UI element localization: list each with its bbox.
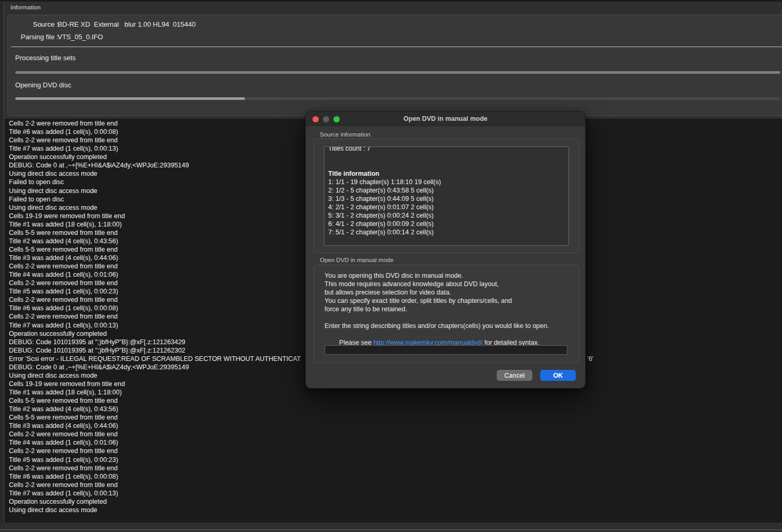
description-line: but allows preciese selection for video … (325, 288, 549, 297)
log-line: Title #6 was added (1 cell(s), 0:00:08) (9, 472, 782, 481)
log-error-line-tail: '6' (587, 355, 594, 363)
cancel-button[interactable]: Cancel (497, 370, 532, 381)
log-line: Title #7 was added (1 cell(s), 0:00:13) (9, 489, 782, 497)
total-progress-label: Opening DVD disc (15, 81, 71, 89)
title-information-list: 1: 1/1 - 19 chapter(s) 1:18:10 19 cell(s… (328, 178, 568, 236)
description-line: Enter the string describing titles and/o… (325, 322, 549, 330)
log-line: Title #1 was added (18 cell(s), 1:18:00) (9, 388, 782, 397)
separator (11, 47, 782, 47)
log-line: Title #3 was added (4 cell(s), 0:44:06) (9, 422, 782, 430)
current-progress-label: Processing title sets (15, 54, 76, 62)
open-dvd-manual-mode-dialog: Open DVD in manual mode Source informati… (305, 111, 586, 389)
title-info-line: 1: 1/1 - 19 chapter(s) 1:18:10 19 cell(s… (328, 178, 568, 186)
minimize-window-icon (323, 116, 329, 122)
log-line: Title #5 was added (1 cell(s), 0:00:23) (9, 456, 782, 464)
current-progress-fill (15, 71, 780, 74)
title-info-line: 4: 2/1 - 2 chapter(s) 0:01:07 2 cell(s) (328, 203, 568, 211)
manual-mode-group-label: Open DVD in manual mode (320, 257, 394, 263)
manual-mode-description: You are opening this DVD disc in manual … (325, 271, 549, 355)
title-string-input[interactable] (325, 345, 567, 355)
parsing-file-value: VTS_05_0.IFO (58, 33, 103, 41)
log-line: Operation successfully completed (9, 497, 782, 506)
log-line: Cells 2-2 were removed from title end (9, 481, 782, 489)
total-progress-fill (15, 97, 245, 100)
log-line: Title #2 was added (4 cell(s), 0:43:56) (9, 405, 782, 413)
title-info-line: 3: 1/3 - 5 chapter(s) 0:44:09 5 cell(s) (328, 195, 568, 203)
dialog-title: Open DVD in manual mode (306, 112, 585, 126)
current-progress-bar (15, 71, 780, 74)
source-label: Source : (8, 20, 60, 28)
source-information-group: Titles count : 7 Title information 1: 1/… (314, 139, 579, 253)
source-value: BD-RE XD External blur 1.00 HL94 015440 (58, 20, 196, 28)
description-line: You can specify exact title order, split… (325, 297, 549, 305)
log-line: Using direct disc access mode (9, 506, 782, 514)
manual-mode-paragraph: You are opening this DVD disc in manual … (325, 271, 549, 330)
manual-mode-group: You are opening this DVD disc in manual … (314, 265, 579, 363)
log-line: Cells 5-5 were removed from title end (9, 397, 782, 405)
description-line: This mode requires advanced knowledge ab… (325, 280, 549, 288)
zoom-window-icon[interactable] (333, 116, 340, 122)
source-information-group-label: Source information (320, 131, 371, 138)
log-line: Cells 5-5 were removed from title end (9, 413, 782, 422)
title-info-line: 5: 3/1 - 2 chapter(s) 0:00:24 2 cell(s) (328, 211, 568, 220)
close-window-icon[interactable] (312, 116, 319, 122)
window-left-edge (0, 2, 4, 523)
ok-button[interactable]: OK (540, 370, 576, 381)
information-panel: Source : BD-RE XD External blur 1.00 HL9… (7, 15, 782, 116)
total-progress-bar (15, 97, 780, 100)
parsing-file-label: Parsing file : (8, 33, 60, 41)
log-line: Cells 2-2 were removed from title end (9, 464, 782, 472)
title-information-heading: Title information (328, 169, 568, 178)
log-line: Title #4 was added (1 cell(s), 0:01:06) (9, 438, 782, 447)
dialog-titlebar[interactable]: Open DVD in manual mode (306, 112, 585, 126)
titles-count-line: Titles count : 7 (328, 146, 568, 153)
statusbar (0, 530, 782, 532)
log-line: Cells 2-2 were removed from title end (9, 430, 782, 438)
title-info-line: 6: 4/1 - 2 chapter(s) 0:00:09 2 cell(s) (328, 220, 568, 228)
description-line: You are opening this DVD disc in manual … (325, 271, 549, 280)
title-information-textarea[interactable]: Titles count : 7 Title information 1: 1/… (324, 146, 569, 246)
description-line (325, 313, 549, 322)
title-info-line: 7: 5/1 - 2 chapter(s) 0:00:14 2 cell(s) (328, 228, 568, 236)
log-line: Cells 2-2 were removed from title end (9, 447, 782, 455)
information-group-label: Information (10, 4, 41, 10)
title-info-line: 2: 1/2 - 5 chapter(s) 0:43:58 5 cell(s) (328, 186, 568, 195)
description-line: force any title to be retained. (325, 305, 549, 313)
